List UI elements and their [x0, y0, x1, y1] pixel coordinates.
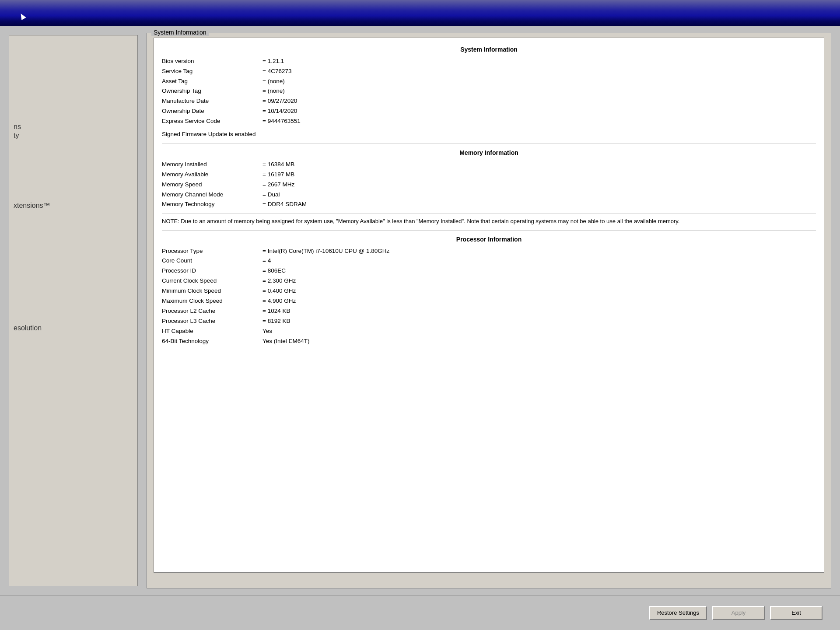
row-label: 64-Bit Technology	[162, 336, 258, 346]
memory-info-table: Memory Installed= 16384 MBMemory Availab…	[162, 160, 816, 210]
row-value: = 16384 MB	[258, 160, 816, 170]
system-info-header: System Information	[162, 45, 816, 55]
row-value: = Intel(R) Core(TM) i7-10610U CPU @ 1.80…	[258, 246, 816, 256]
exit-button[interactable]: Exit	[770, 606, 822, 620]
row-value: = 16197 MB	[258, 170, 816, 180]
row-value: = 0.400 GHz	[258, 286, 816, 296]
divider-2	[162, 230, 816, 231]
row-label: Memory Technology	[162, 200, 258, 210]
table-row: 64-Bit TechnologyYes (Intel EM64T)	[162, 336, 816, 346]
table-row: Memory Available= 16197 MB	[162, 170, 816, 180]
memory-info-header: Memory Information	[162, 148, 816, 158]
table-row: Service Tag= 4C76273	[162, 66, 816, 77]
row-value: Yes	[258, 326, 816, 336]
table-row: Manufacture Date= 09/27/2020	[162, 96, 816, 106]
divider-1	[162, 144, 816, 144]
table-row: Memory Channel Mode= Dual	[162, 190, 816, 200]
sidebar-text-ns: ns	[14, 123, 21, 131]
sidebar-text-ty: ty	[14, 132, 19, 140]
table-row: Processor L2 Cache= 1024 KB	[162, 306, 816, 316]
table-row: HT CapableYes	[162, 326, 816, 336]
row-label: Core Count	[162, 256, 258, 266]
sidebar: ns ty xtensions™ esolution	[9, 35, 138, 586]
row-value: = DDR4 SDRAM	[258, 200, 816, 210]
row-label: Ownership Tag	[162, 86, 258, 96]
table-row: Memory Installed= 16384 MB	[162, 160, 816, 170]
table-row: Minimum Clock Speed= 0.400 GHz	[162, 286, 816, 296]
content-area: System Information System Information Bi…	[138, 26, 840, 595]
group-legend: System Information	[151, 29, 209, 36]
row-label: Manufacture Date	[162, 96, 258, 106]
table-row: Ownership Date= 10/14/2020	[162, 106, 816, 116]
row-label: Memory Speed	[162, 180, 258, 190]
inner-panel[interactable]: System Information Bios version= 1.21.1S…	[154, 38, 824, 573]
table-row: Memory Speed= 2667 MHz	[162, 180, 816, 190]
table-row: Express Service Code= 9444763551	[162, 116, 816, 126]
system-info-group: System Information System Information Bi…	[147, 33, 831, 588]
sidebar-text-extensions: xtensions™	[14, 202, 50, 210]
row-label: Processor ID	[162, 266, 258, 276]
sidebar-text-resolution: esolution	[14, 324, 42, 332]
row-label: Current Clock Speed	[162, 276, 258, 286]
system-info-table: Bios version= 1.21.1Service Tag= 4C76273…	[162, 56, 816, 126]
row-value: = 9444763551	[258, 116, 816, 126]
restore-settings-button[interactable]: Restore Settings	[649, 606, 707, 620]
row-value: = (none)	[258, 86, 816, 96]
table-row: Processor Type= Intel(R) Core(TM) i7-106…	[162, 246, 816, 256]
apply-button[interactable]: Apply	[712, 606, 765, 620]
row-value: = Dual	[258, 190, 816, 200]
table-row: Asset Tag= (none)	[162, 77, 816, 87]
row-value: = (none)	[258, 77, 816, 87]
memory-note: NOTE: Due to an amount of memory being a…	[162, 213, 816, 226]
processor-info-header: Processor Information	[162, 235, 816, 245]
top-bar	[0, 0, 840, 26]
row-label: Minimum Clock Speed	[162, 286, 258, 296]
row-value: Yes (Intel EM64T)	[258, 336, 816, 346]
button-bar: Restore Settings Apply Exit	[0, 595, 840, 630]
row-value: = 10/14/2020	[258, 106, 816, 116]
table-row: Processor ID= 806EC	[162, 266, 816, 276]
table-row: Core Count= 4	[162, 256, 816, 266]
table-row: Maximum Clock Speed= 4.900 GHz	[162, 296, 816, 306]
row-label: Asset Tag	[162, 77, 258, 87]
processor-info-table: Processor Type= Intel(R) Core(TM) i7-106…	[162, 246, 816, 346]
row-label: Memory Channel Mode	[162, 190, 258, 200]
row-value: = 4C76273	[258, 66, 816, 77]
table-row: Processor L3 Cache= 8192 KB	[162, 316, 816, 326]
row-label: Service Tag	[162, 66, 258, 77]
row-value: = 8192 KB	[258, 316, 816, 326]
row-label: Memory Installed	[162, 160, 258, 170]
table-row: Current Clock Speed= 2.300 GHz	[162, 276, 816, 286]
row-label: Ownership Date	[162, 106, 258, 116]
table-row: Memory Technology= DDR4 SDRAM	[162, 200, 816, 210]
row-label: Processor L3 Cache	[162, 316, 258, 326]
row-value: = 2667 MHz	[258, 180, 816, 190]
row-value: = 09/27/2020	[258, 96, 816, 106]
row-value: = 2.300 GHz	[258, 276, 816, 286]
row-label: Bios version	[162, 56, 258, 66]
row-label: Express Service Code	[162, 116, 258, 126]
firmware-text: Signed Firmware Update is enabled	[162, 130, 816, 139]
row-label: Memory Available	[162, 170, 258, 180]
row-value: = 4	[258, 256, 816, 266]
table-row: Ownership Tag= (none)	[162, 86, 816, 96]
row-label: Processor Type	[162, 246, 258, 256]
main-area: ns ty xtensions™ esolution System Inform…	[0, 26, 840, 630]
row-label: HT Capable	[162, 326, 258, 336]
row-label: Processor L2 Cache	[162, 306, 258, 316]
row-value: = 806EC	[258, 266, 816, 276]
row-label: Maximum Clock Speed	[162, 296, 258, 306]
row-value: = 4.900 GHz	[258, 296, 816, 306]
table-row: Bios version= 1.21.1	[162, 56, 816, 66]
row-value: = 1.21.1	[258, 56, 816, 66]
row-value: = 1024 KB	[258, 306, 816, 316]
